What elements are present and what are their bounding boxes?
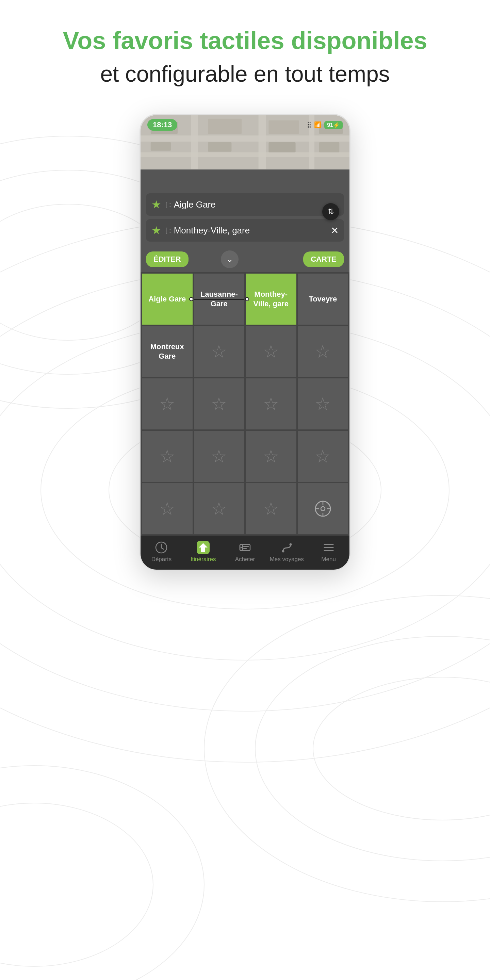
nav-item-menu[interactable]: Menu bbox=[308, 541, 350, 563]
star-empty-icon: ☆ bbox=[159, 395, 175, 413]
chevron-down-icon: ⌄ bbox=[226, 255, 233, 264]
clock-icon bbox=[155, 541, 168, 554]
star-icon-1: ★ bbox=[151, 198, 161, 211]
fav-cell-empty-5-1[interactable]: ☆ bbox=[142, 483, 192, 534]
star-empty-icon: ☆ bbox=[315, 395, 331, 413]
star-empty-icon: ☆ bbox=[159, 447, 175, 465]
menu-icon bbox=[322, 541, 335, 554]
connector-line bbox=[194, 299, 245, 300]
fav-cell-empty-2-3[interactable]: ☆ bbox=[246, 326, 296, 377]
action-row: ÉDITER ⌄ CARTE bbox=[140, 250, 350, 272]
search-text-1: Aigle Gare bbox=[174, 199, 339, 210]
chevron-button[interactable]: ⌄ bbox=[221, 250, 239, 268]
svg-rect-43 bbox=[243, 548, 247, 549]
fav-cell-empty-4-1[interactable]: ☆ bbox=[142, 431, 192, 482]
fav-cell-monthey[interactable]: Monthey-Ville, gare bbox=[246, 274, 296, 325]
svg-point-10 bbox=[313, 677, 490, 820]
connector-dot-right bbox=[189, 297, 193, 301]
fav-cell-empty-4-4[interactable]: ☆ bbox=[298, 431, 348, 482]
page-title-line1: Vos favoris tactiles disponibles bbox=[63, 27, 427, 54]
star-empty-icon: ☆ bbox=[263, 500, 279, 517]
favorites-grid: Aigle Gare Lausanne-Gare Monthey-Ville, … bbox=[140, 272, 350, 536]
fav-cell-empty-3-2[interactable]: ☆ bbox=[194, 379, 245, 430]
star-empty-icon: ☆ bbox=[159, 500, 175, 517]
star-empty-icon: ☆ bbox=[263, 447, 279, 465]
map-area: 18:13 ⣿ 📶 91⚡ bbox=[140, 115, 350, 169]
star-empty-icon: ☆ bbox=[315, 343, 331, 360]
bracket-icon-2: [ : bbox=[165, 227, 171, 234]
nav-label-departs: Départs bbox=[151, 556, 172, 563]
fav-cell-gps[interactable] bbox=[298, 483, 348, 534]
star-icon-2: ★ bbox=[151, 224, 161, 237]
nav-item-itineraires[interactable]: Itinéraires bbox=[182, 541, 224, 563]
status-icons: ⣿ 📶 91⚡ bbox=[307, 121, 343, 129]
fav-label: Aigle Gare bbox=[148, 294, 186, 304]
nav-item-acheter[interactable]: Acheter bbox=[224, 541, 266, 563]
phone-mockup: 18:13 ⣿ 📶 91⚡ ★ [ : Aigle Gare bbox=[140, 114, 350, 571]
star-empty-icon: ☆ bbox=[211, 447, 227, 465]
svg-point-11 bbox=[0, 765, 204, 980]
fav-cell-empty-3-4[interactable]: ☆ bbox=[298, 379, 348, 430]
svg-point-9 bbox=[255, 636, 490, 861]
fav-cell-empty-2-4[interactable]: ☆ bbox=[298, 326, 348, 377]
fav-cell-empty-5-2[interactable]: ☆ bbox=[194, 483, 245, 534]
fav-cell-lausanne-gare[interactable]: Lausanne-Gare bbox=[194, 274, 245, 325]
search-bar-2[interactable]: ★ [ : Monthey-Ville, gare ✕ bbox=[146, 219, 344, 242]
nav-label-mes-voyages: Mes voyages bbox=[270, 556, 304, 563]
fav-cell-empty-3-1[interactable]: ☆ bbox=[142, 379, 192, 430]
star-empty-icon: ☆ bbox=[211, 395, 227, 413]
star-empty-icon: ☆ bbox=[211, 500, 227, 517]
nav-label-acheter: Acheter bbox=[235, 556, 255, 563]
fav-cell-empty-4-3[interactable]: ☆ bbox=[246, 431, 296, 482]
svg-point-29 bbox=[321, 507, 325, 511]
star-empty-icon: ☆ bbox=[315, 447, 331, 465]
status-bar: 18:13 ⣿ 📶 91⚡ bbox=[140, 119, 350, 130]
close-icon[interactable]: ✕ bbox=[331, 225, 339, 236]
ticket-icon bbox=[239, 541, 251, 554]
star-empty-icon: ☆ bbox=[263, 395, 279, 413]
app-ui: ★ [ : Aigle Gare ⇅ ★ [ : Monthey-Ville, … bbox=[140, 169, 350, 570]
nav-item-mes-voyages[interactable]: Mes voyages bbox=[266, 541, 308, 563]
fav-cell-empty-4-2[interactable]: ☆ bbox=[194, 431, 245, 482]
fav-cell-empty-5-3[interactable]: ☆ bbox=[246, 483, 296, 534]
battery-badge: 91⚡ bbox=[324, 121, 343, 129]
nav-label-itineraires: Itinéraires bbox=[191, 556, 216, 563]
nav-item-departs[interactable]: Départs bbox=[140, 541, 182, 563]
fav-cell-empty-3-3[interactable]: ☆ bbox=[246, 379, 296, 430]
star-empty-icon: ☆ bbox=[211, 343, 227, 360]
svg-point-44 bbox=[282, 550, 284, 553]
gps-icon bbox=[314, 500, 332, 517]
svg-line-36 bbox=[161, 548, 164, 549]
connector-dot-left bbox=[245, 297, 249, 301]
fav-cell-empty-2-2[interactable]: ☆ bbox=[194, 326, 245, 377]
swap-button[interactable]: ⇅ bbox=[322, 203, 339, 220]
status-time: 18:13 bbox=[147, 119, 177, 130]
swap-icon: ⇅ bbox=[328, 207, 334, 216]
carte-button[interactable]: CARTE bbox=[303, 251, 344, 267]
page-title-line2: et configurable en tout temps bbox=[100, 61, 390, 87]
nav-label-menu: Menu bbox=[321, 556, 336, 563]
fav-cell-montreux[interactable]: Montreux Gare bbox=[142, 326, 192, 377]
signal-icon: ⣿ bbox=[307, 121, 311, 129]
svg-point-45 bbox=[289, 543, 292, 546]
bottom-nav: Départs Itinéraires bbox=[140, 536, 350, 570]
wifi-icon: 📶 bbox=[314, 121, 321, 129]
editer-button[interactable]: ÉDITER bbox=[146, 251, 189, 267]
star-empty-icon: ☆ bbox=[263, 343, 279, 360]
svg-point-8 bbox=[204, 595, 490, 902]
search-bar-1[interactable]: ★ [ : Aigle Gare bbox=[146, 193, 344, 216]
search-text-2: Monthey-Ville, gare bbox=[174, 225, 327, 236]
route-icon bbox=[280, 541, 293, 554]
svg-point-12 bbox=[0, 803, 153, 966]
fav-label: Toveyre bbox=[309, 294, 337, 304]
search-area: ★ [ : Aigle Gare ⇅ ★ [ : Monthey-Ville, … bbox=[140, 169, 350, 250]
directions-icon bbox=[197, 541, 210, 554]
svg-rect-42 bbox=[243, 546, 249, 547]
fav-cell-aigle-gare[interactable]: Aigle Gare bbox=[142, 274, 192, 325]
fav-label: Monthey-Ville, gare bbox=[249, 290, 293, 309]
fav-label: Montreux Gare bbox=[145, 342, 189, 361]
fav-cell-toveyre[interactable]: Toveyre bbox=[298, 274, 348, 325]
bracket-icon-1: [ : bbox=[165, 201, 171, 208]
